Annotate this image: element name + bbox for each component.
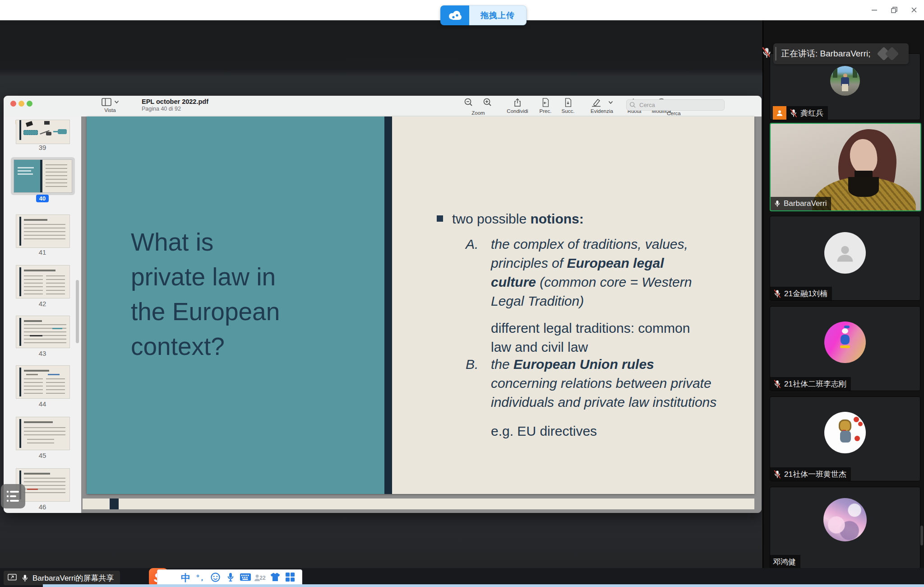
avatar-placeholder xyxy=(824,232,866,274)
ime-toolbox-button[interactable] xyxy=(282,572,297,584)
ime-keyboard-button[interactable] xyxy=(238,573,253,583)
participant-tile[interactable]: 邓鸿健 xyxy=(770,487,920,569)
sidebar-scrollbar[interactable] xyxy=(76,280,79,343)
slide-item-b: B. the European Union rules concerning r… xyxy=(466,355,727,412)
participant-name-chip: BarbaraVerri xyxy=(771,197,831,210)
muted-mic-icon xyxy=(789,108,798,118)
screen-share-icon xyxy=(7,573,17,582)
page-number-45: 45 xyxy=(4,452,81,459)
screen-share-label: BarbaraVerri的屏幕共享 xyxy=(32,573,114,583)
thumbnail-list-toggle-button[interactable] xyxy=(1,484,25,508)
page-thumbnail-42[interactable] xyxy=(16,266,69,298)
screen-share-indicator: BarbaraVerri的屏幕共享 xyxy=(4,571,120,585)
slide-title: What is private law in the European cont… xyxy=(131,225,365,364)
slide-item-b-sub: e.g. EU directives xyxy=(491,422,597,441)
sidebar-icon xyxy=(101,98,112,107)
participant-tile-active-speaker[interactable]: BarbaraVerri xyxy=(770,123,921,211)
participant-tile[interactable]: 21金融1刘楠 xyxy=(770,216,920,301)
close-icon xyxy=(910,6,918,14)
participant-name: 21金融1刘楠 xyxy=(784,289,827,299)
page-thumbnail-44[interactable] xyxy=(16,366,69,398)
muted-mic-icon xyxy=(773,379,781,389)
item-b-label: B. xyxy=(466,355,478,374)
participant-name: 邓鸿健 xyxy=(773,557,796,567)
view-menu-button[interactable]: Vista xyxy=(97,98,124,113)
ime-custom-phrase-button[interactable]: 22 xyxy=(253,574,268,582)
page-thumbnail-43[interactable] xyxy=(16,316,69,348)
page-thumbnail-41[interactable] xyxy=(16,215,69,247)
page-thumbnail-45[interactable] xyxy=(16,417,69,450)
item-a-label: A. xyxy=(466,235,478,254)
previous-label: Prec. xyxy=(535,108,556,114)
share-label: Condividi xyxy=(502,108,533,114)
drag-upload-label: 拖拽上传 xyxy=(469,5,527,25)
meeting-logo-icon xyxy=(877,47,902,61)
ime-emoji-button[interactable] xyxy=(208,572,223,584)
view-label: Vista xyxy=(97,107,124,113)
volume-indicator xyxy=(775,47,776,61)
page-number-43: 43 xyxy=(4,349,81,357)
highlight-button[interactable]: Evidenzia xyxy=(583,98,621,114)
page-thumbnail-39[interactable] xyxy=(16,120,69,144)
page-status: Pagina 40 di 92 xyxy=(142,106,208,112)
participant-name: BarbaraVerri xyxy=(784,199,827,208)
ime-voice-button[interactable] xyxy=(223,572,238,584)
minimize-button[interactable] xyxy=(864,0,884,20)
search-field[interactable] xyxy=(626,99,725,111)
mac-close-light[interactable] xyxy=(10,101,16,107)
minimize-icon xyxy=(871,6,878,14)
taskbar-edge xyxy=(43,584,924,587)
page-number-44: 44 xyxy=(4,400,81,408)
participant-name-chip: 21社体二班李志刚 xyxy=(770,377,851,391)
page-number-39: 39 xyxy=(4,144,81,151)
ime-skin-button[interactable] xyxy=(268,572,282,584)
page-thumbnail-40[interactable] xyxy=(14,160,72,192)
avatar xyxy=(824,412,866,453)
speaking-label: 正在讲话: BarbaraVerri; xyxy=(781,48,871,60)
ime-punctuation-button[interactable]: °， xyxy=(193,573,208,583)
document-title: EPL october 2022.pdf xyxy=(142,98,208,105)
highlight-chevron-icon xyxy=(608,101,613,104)
ime-language-button[interactable]: 中 xyxy=(178,572,193,584)
meeting-app-window: 拖拽上传 Vista xyxy=(0,0,924,587)
pdf-page-area: What is private law in the European cont… xyxy=(81,116,762,513)
smiley-icon xyxy=(210,572,221,582)
page-number-41: 41 xyxy=(4,248,81,256)
restore-button[interactable] xyxy=(884,0,904,20)
search-input[interactable] xyxy=(638,101,717,109)
participant-tile[interactable]: 21社体一班黄世杰 xyxy=(770,396,920,481)
panel-scrollbar[interactable] xyxy=(920,526,923,545)
participant-name: 21社体一班黄世杰 xyxy=(784,469,846,480)
close-button[interactable] xyxy=(904,0,924,20)
list-icon xyxy=(6,489,20,503)
participant-name-chip: 龚红兵 xyxy=(786,106,828,120)
avatar xyxy=(830,66,860,96)
slide-page-40: What is private law in the European cont… xyxy=(87,116,754,494)
grid-icon xyxy=(285,572,295,582)
mic-on-icon xyxy=(773,199,781,208)
muted-mic-icon xyxy=(773,289,781,298)
mic-on-icon xyxy=(21,573,29,583)
share-button[interactable]: Condividi xyxy=(502,98,533,114)
next-page-button[interactable]: Succ. xyxy=(558,98,578,114)
share-icon xyxy=(513,98,522,107)
participant-tile[interactable]: 21社体二班李志刚 xyxy=(770,306,920,391)
mac-zoom-light[interactable] xyxy=(27,101,32,107)
keyboard-icon xyxy=(240,573,251,582)
next-page-icon xyxy=(564,98,573,107)
search-icon xyxy=(629,102,636,108)
zoom-buttons[interactable]: Zoom xyxy=(457,98,499,116)
participant-name-chip: 21社体一班黄世杰 xyxy=(770,467,851,481)
slide-bullet-intro: two possible notions: xyxy=(437,211,735,227)
netdisk-cloud-icon xyxy=(440,5,469,25)
drag-upload-widget[interactable]: 拖拽上传 xyxy=(440,5,527,25)
previous-page-button[interactable]: Prec. xyxy=(535,98,556,114)
participant-name: 龚红兵 xyxy=(800,108,823,118)
host-badge-icon xyxy=(773,106,786,120)
slide-item-a-sub: different legal traditions: common law a… xyxy=(491,319,703,357)
tshirt-icon xyxy=(270,572,281,582)
previous-page-icon xyxy=(541,98,550,107)
muted-mic-icon xyxy=(773,470,781,479)
mac-minimize-light[interactable] xyxy=(18,101,24,107)
mic-icon xyxy=(226,572,235,582)
